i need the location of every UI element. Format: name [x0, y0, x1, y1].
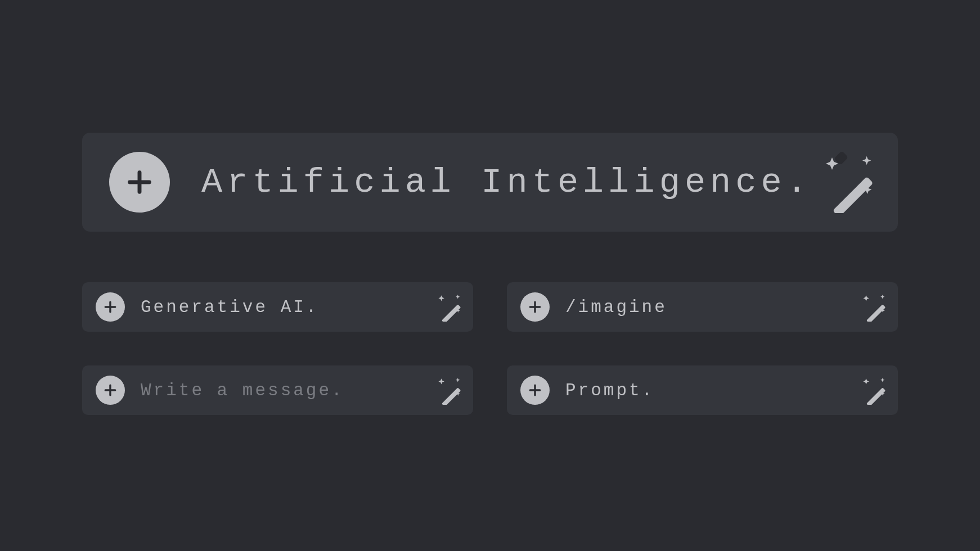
- input-bar-imagine[interactable]: /imagine: [507, 282, 898, 332]
- svg-rect-5: [866, 387, 885, 405]
- input-placeholder[interactable]: Write a message.: [141, 381, 433, 400]
- main-input-bar[interactable]: Artificial Intelligence.: [82, 133, 898, 232]
- magic-wand-button[interactable]: [857, 376, 887, 405]
- add-button[interactable]: [96, 376, 125, 405]
- magic-wand-icon: [857, 376, 887, 405]
- add-button[interactable]: [520, 376, 550, 405]
- input-bar-generative-ai[interactable]: Generative AI.: [82, 282, 473, 332]
- magic-wand-icon: [813, 151, 875, 213]
- magic-wand-icon: [857, 292, 887, 322]
- input-text[interactable]: Generative AI.: [141, 297, 433, 317]
- magic-wand-button[interactable]: [433, 376, 462, 405]
- input-bar-prompt[interactable]: Prompt.: [507, 365, 898, 415]
- add-button[interactable]: [96, 292, 125, 322]
- plus-icon: [528, 383, 542, 398]
- plus-icon: [125, 168, 154, 197]
- magic-wand-icon: [433, 292, 462, 322]
- main-input-text[interactable]: Artificial Intelligence.: [201, 162, 813, 202]
- magic-wand-icon: [433, 376, 462, 405]
- svg-rect-2: [442, 304, 461, 322]
- add-button[interactable]: [520, 292, 550, 322]
- input-text[interactable]: /imagine: [565, 297, 857, 317]
- plus-icon: [103, 383, 118, 398]
- plus-icon: [103, 300, 118, 314]
- svg-rect-4: [442, 387, 461, 405]
- plus-icon: [528, 300, 542, 314]
- magic-wand-button[interactable]: [813, 151, 875, 213]
- svg-rect-3: [866, 304, 885, 322]
- input-text[interactable]: Prompt.: [565, 381, 857, 400]
- svg-rect-0: [833, 177, 873, 213]
- input-bar-write-message[interactable]: Write a message.: [82, 365, 473, 415]
- add-button[interactable]: [109, 152, 170, 213]
- magic-wand-button[interactable]: [433, 292, 462, 322]
- magic-wand-button[interactable]: [857, 292, 887, 322]
